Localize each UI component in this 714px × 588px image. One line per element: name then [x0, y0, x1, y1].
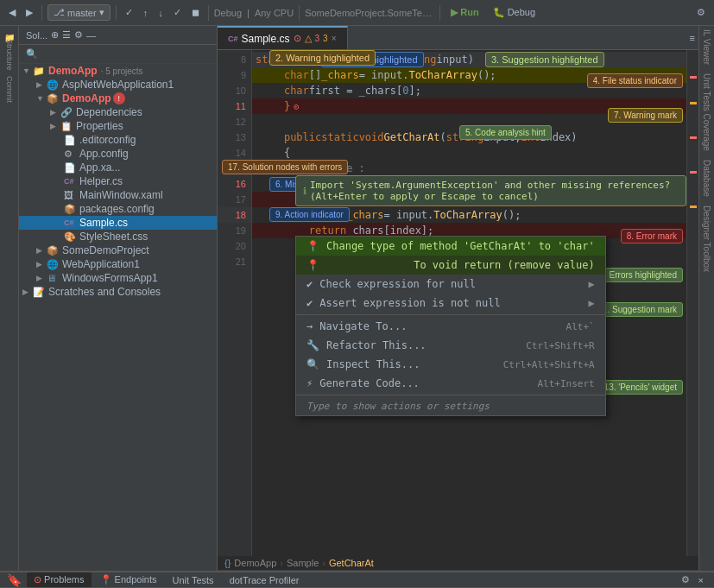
menu-item-navigate[interactable]: → Navigate To... Alt+` [296, 317, 605, 336]
problems-settings-button[interactable]: ⚙ [678, 572, 693, 587]
line-num-13: 13 [218, 130, 251, 145]
menu-item-check-null[interactable]: ✔ Check expression for null ▶ [296, 275, 605, 294]
designer-toolbox-label[interactable]: Designer Toolbox [702, 202, 711, 275]
forward-button[interactable]: ▶ [22, 5, 36, 20]
tree-csharp-icon: C# [64, 177, 78, 186]
tree-item-editorconfig[interactable]: 📄 .editorconfig [19, 133, 217, 147]
menu-footer: Type to show actions or settings [296, 397, 605, 415]
annotation-error-mark: 8. Error mark [621, 229, 683, 243]
tree-expand-icon: ▶ [36, 246, 47, 255]
unit-tests-label: Unit Tests [173, 575, 214, 585]
line-num-16: 16 [218, 176, 251, 192]
unit-tests-coverage-label[interactable]: Unit Tests Coverage [702, 70, 711, 155]
tree-item-webapp[interactable]: ▶ 🌐 WebApplication1 [19, 257, 217, 271]
search-button[interactable]: 🔍 [22, 47, 41, 61]
num-0: 0 [402, 85, 408, 97]
main-layout: 📁 Structure Commit Sol... ⊕ ☰ ⚙ — 🔍 ▼ 📁 … [0, 26, 714, 571]
run-button[interactable]: ▶ Run [445, 5, 483, 20]
arrow-up-button[interactable]: ↑ [140, 6, 152, 20]
line-num-11: 11 [218, 98, 251, 114]
menu-item-generate[interactable]: ⚡ Generate Code... Alt+Insert [296, 374, 605, 393]
tab-endpoints[interactable]: 📍 Endpoints [93, 572, 164, 587]
info-icon: ℹ [303, 186, 306, 197]
tree-item-mainwindow[interactable]: 🖼 MainWindow.xaml [19, 188, 217, 202]
kw-close: } [284, 100, 290, 112]
menu-item-change-type[interactable]: 📍 Change type of method 'GetCharAt' to '… [296, 237, 605, 256]
commit-icon[interactable]: Commit [2, 81, 17, 97]
menu-sep2 [296, 395, 605, 395]
tree-item-appxaml[interactable]: 📄 App.xa... [19, 161, 217, 174]
tree-folder-icon: 📁 [33, 66, 47, 77]
il-viewer-label[interactable]: IL Viewer [702, 26, 711, 68]
tree-prop-icon: 📋 [60, 121, 74, 132]
menu-item-assert-null[interactable]: ✔ Assert expression is not null ▶ [296, 294, 605, 313]
editor-area: C# Sample.cs ⊙ △ 3 3 × ≡ 1. File tab hig… [218, 26, 698, 571]
breadcrumb-sep2: › [322, 558, 325, 568]
menu-item-to-void[interactable]: 📍 To void return (remove value) [296, 256, 605, 275]
import-tooltip: ℹ Import 'System.ArgumentException' and … [295, 175, 686, 206]
tree-item-winforms[interactable]: ▶ 🖥 WindowsFormsApp1 [19, 271, 217, 285]
line-num-8: 8 [218, 52, 251, 67]
tree-label-packages: packages.config [79, 203, 155, 215]
kw-void: void [359, 131, 384, 143]
scroll-error-2 [690, 136, 697, 139]
kw-char3: char [284, 85, 309, 97]
kw-static2: static [321, 131, 358, 143]
tree-item-appconfig[interactable]: ⚙ App.config [19, 147, 217, 161]
tree-item-properties[interactable]: ▶ 📋 Properties [19, 119, 217, 133]
tab-problems[interactable]: ⊙ Problems [27, 572, 92, 587]
tree-item-samplecs[interactable]: C# Sample.cs [19, 216, 217, 230]
tree-expand-icon: ▶ [36, 274, 47, 282]
tree-item-demoapp-node[interactable]: ▼ 📦 DemoApp ! [19, 92, 217, 105]
arrow-down-button[interactable]: ↓ [155, 6, 167, 20]
tab-unit-tests[interactable]: Unit Tests [166, 573, 221, 587]
annotation-ca-label: 5. Code analysis hint [465, 128, 546, 137]
method-tochararray: ToCharArray [408, 69, 477, 81]
tab-samplecs[interactable]: C# Sample.cs ⊙ △ 3 3 × [218, 26, 348, 49]
tree-item-dependencies[interactable]: ▶ 🔗 Dependencies [19, 105, 217, 119]
tree-xaml2-icon: 🖼 [64, 190, 78, 200]
back-button[interactable]: ◀ [5, 5, 19, 20]
menu-item-inspect[interactable]: 🔍 Inspect This... Ctrl+Alt+Shift+A [296, 355, 605, 374]
menu-item-refactor[interactable]: 🔧 Refactor This... Ctrl+Shift+R [296, 336, 605, 355]
chevron-down-icon: ▾ [99, 7, 104, 18]
structure-icon[interactable]: Structure [2, 47, 17, 62]
tree-item-scratches[interactable]: ▶ 📝 Scratches and Consoles [19, 285, 217, 299]
sep3 [208, 5, 209, 21]
context-menu: 📍 Change type of method 'GetCharAt' to '… [295, 236, 606, 416]
check2-button[interactable]: ✓ [170, 5, 185, 20]
line-num-17: 17 [218, 192, 251, 207]
tree-css-icon: 🎨 [64, 231, 78, 243]
stop-button[interactable]: ◼ [188, 5, 203, 20]
menu-assert-null-label: Assert expression is not null [319, 297, 581, 309]
tab-warning-icon: △ [305, 33, 312, 44]
settings-button[interactable]: ⚙ [693, 5, 709, 20]
endpoints-label: Endpoints [115, 574, 157, 585]
tree-item-stylesheet[interactable]: 🎨 StyleSheet.css [19, 230, 217, 243]
problems-close-button[interactable]: × [695, 573, 707, 587]
tree-pkg-icon: 📦 [64, 204, 78, 215]
tree-item-demoapp-root[interactable]: ▼ 📁 DemoApp · 5 projects [19, 64, 217, 78]
sep5 [439, 5, 440, 21]
tab-close-button[interactable]: × [332, 34, 337, 43]
debug-button[interactable]: 🐛 Debug [488, 5, 540, 20]
branch-selector[interactable]: ⎇ master ▾ [47, 4, 111, 21]
tree-expand-icon: ▶ [22, 288, 33, 296]
tree-expand-icon: ▶ [50, 108, 60, 117]
tree-item-packages[interactable]: 📦 packages.config [19, 202, 217, 216]
annotation-action: 9. Action indicator [269, 207, 350, 222]
menu-navigate-label: Navigate To... [319, 320, 559, 332]
check-button[interactable]: ✓ [122, 5, 136, 20]
menu-navigate-icon: → [306, 320, 313, 332]
tree-expand-icon: ▼ [36, 94, 47, 103]
annotation-warning-label: 2. Warning highlighted [275, 53, 370, 63]
tree-item-somedemoproj[interactable]: ▶ 📦 SomeDemoProject [19, 243, 217, 257]
tab-dotrace[interactable]: dotTrace Profiler [223, 573, 306, 587]
scroll-indicators [686, 50, 698, 556]
tree-item-helpercs[interactable]: C# Helper.cs [19, 174, 217, 188]
code-line-14: { [252, 145, 686, 161]
tree-item-aspnet[interactable]: ▶ 🌐 AspNetWebApplication1 [19, 78, 217, 92]
line-num-19: 19 [218, 223, 251, 238]
database-label[interactable]: Database [702, 156, 711, 200]
tab-menu-button[interactable]: ≡ [686, 31, 698, 45]
